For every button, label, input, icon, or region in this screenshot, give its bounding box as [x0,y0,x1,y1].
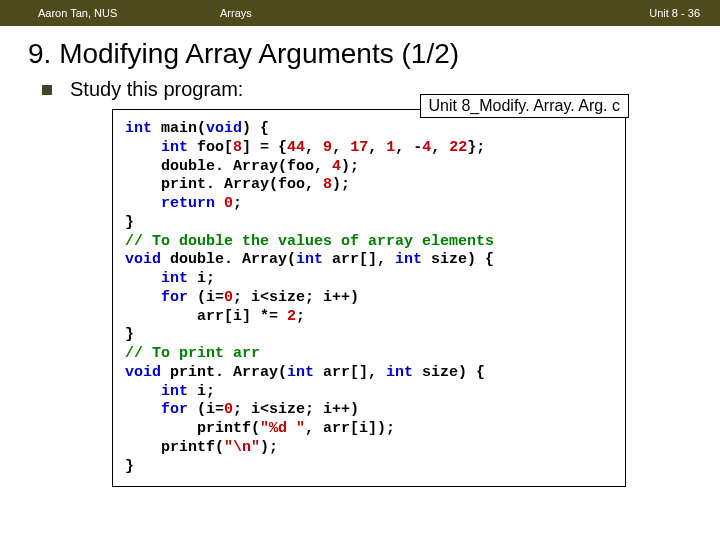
code-listing: int main(void) { int foo[8] = {44, 9, 17… [125,120,615,476]
code-box: Unit 8_Modify. Array. Arg. c int main(vo… [112,109,626,487]
author-label: Aaron Tan, NUS [38,7,117,19]
slide-header: Aaron Tan, NUS Arrays Unit 8 - 36 [0,0,720,26]
slide-title: 9. Modifying Array Arguments (1/2) [28,38,720,70]
page-number: Unit 8 - 36 [649,7,710,19]
bullet-text: Study this program: [70,78,243,101]
square-bullet-icon [42,85,52,95]
filename-tag: Unit 8_Modify. Array. Arg. c [420,94,629,118]
chapter-label: Arrays [220,7,252,19]
